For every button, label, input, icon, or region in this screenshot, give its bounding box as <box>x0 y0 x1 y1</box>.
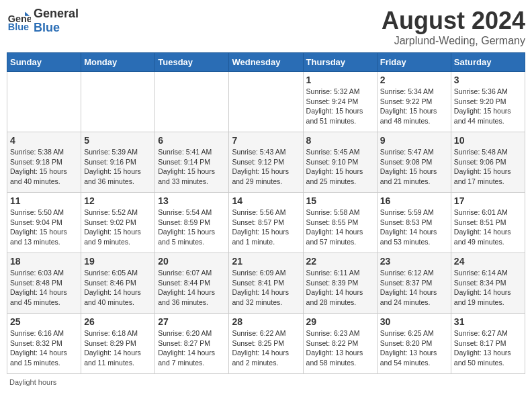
weekday-header: Friday <box>377 53 451 72</box>
day-number: 17 <box>454 195 522 206</box>
calendar-week-row: 18Sunrise: 6:03 AM Sunset: 8:48 PM Dayli… <box>7 253 525 314</box>
day-number: 26 <box>84 316 152 327</box>
day-info: Sunrise: 5:48 AM Sunset: 9:06 PM Dayligh… <box>454 147 522 187</box>
day-info: Sunrise: 6:14 AM Sunset: 8:34 PM Dayligh… <box>454 268 522 308</box>
calendar-week-row: 4Sunrise: 5:38 AM Sunset: 9:18 PM Daylig… <box>7 132 525 193</box>
weekday-header: Saturday <box>451 53 525 72</box>
calendar-cell: 12Sunrise: 5:52 AM Sunset: 9:02 PM Dayli… <box>81 193 155 253</box>
day-number: 5 <box>84 135 152 146</box>
day-number: 7 <box>232 135 300 146</box>
day-info: Sunrise: 6:20 AM Sunset: 8:27 PM Dayligh… <box>158 328 226 368</box>
calendar-table: SundayMondayTuesdayWednesdayThursdayFrid… <box>7 52 525 374</box>
day-number: 20 <box>158 256 226 267</box>
day-number: 12 <box>84 195 152 206</box>
footer: Daylight hours <box>7 378 525 386</box>
calendar-cell: 11Sunrise: 5:50 AM Sunset: 9:04 PM Dayli… <box>7 193 81 253</box>
day-info: Sunrise: 6:27 AM Sunset: 8:17 PM Dayligh… <box>454 328 522 368</box>
day-info: Sunrise: 6:22 AM Sunset: 8:25 PM Dayligh… <box>232 328 300 368</box>
day-number: 18 <box>10 256 78 267</box>
calendar-week-row: 11Sunrise: 5:50 AM Sunset: 9:04 PM Dayli… <box>7 193 525 253</box>
weekday-header: Sunday <box>7 53 81 72</box>
day-number: 10 <box>454 135 522 146</box>
calendar-cell: 28Sunrise: 6:22 AM Sunset: 8:25 PM Dayli… <box>229 314 303 374</box>
day-number: 31 <box>454 316 522 327</box>
day-number: 16 <box>380 195 448 206</box>
logo-blue-text: Blue <box>34 21 79 35</box>
calendar-cell <box>155 72 229 132</box>
day-info: Sunrise: 5:50 AM Sunset: 9:04 PM Dayligh… <box>10 208 78 247</box>
calendar-cell: 10Sunrise: 5:48 AM Sunset: 9:06 PM Dayli… <box>451 132 525 193</box>
day-info: Sunrise: 6:09 AM Sunset: 8:41 PM Dayligh… <box>232 268 300 308</box>
calendar-cell: 26Sunrise: 6:18 AM Sunset: 8:29 PM Dayli… <box>81 314 155 374</box>
calendar-cell: 21Sunrise: 6:09 AM Sunset: 8:41 PM Dayli… <box>229 253 303 314</box>
calendar-cell: 20Sunrise: 6:07 AM Sunset: 8:44 PM Dayli… <box>155 253 229 314</box>
day-info: Sunrise: 5:34 AM Sunset: 9:22 PM Dayligh… <box>380 87 448 126</box>
day-number: 9 <box>380 135 448 146</box>
calendar-cell: 24Sunrise: 6:14 AM Sunset: 8:34 PM Dayli… <box>451 253 525 314</box>
day-info: Sunrise: 5:32 AM Sunset: 9:24 PM Dayligh… <box>306 87 374 126</box>
day-number: 14 <box>232 195 300 206</box>
calendar-cell <box>81 72 155 132</box>
weekday-header: Tuesday <box>155 53 229 72</box>
day-number: 4 <box>10 135 78 146</box>
day-info: Sunrise: 5:58 AM Sunset: 8:55 PM Dayligh… <box>306 208 374 247</box>
calendar-cell: 1Sunrise: 5:32 AM Sunset: 9:24 PM Daylig… <box>303 72 377 132</box>
day-info: Sunrise: 5:45 AM Sunset: 9:10 PM Dayligh… <box>306 147 374 187</box>
day-number: 25 <box>10 316 78 327</box>
logo-icon: General Blue <box>7 9 31 33</box>
day-info: Sunrise: 5:52 AM Sunset: 9:02 PM Dayligh… <box>84 208 152 247</box>
day-number: 27 <box>158 316 226 327</box>
calendar-cell: 29Sunrise: 6:23 AM Sunset: 8:22 PM Dayli… <box>303 314 377 374</box>
day-number: 24 <box>454 256 522 267</box>
day-number: 30 <box>380 316 448 327</box>
day-info: Sunrise: 5:54 AM Sunset: 8:59 PM Dayligh… <box>158 208 226 247</box>
day-info: Sunrise: 6:23 AM Sunset: 8:22 PM Dayligh… <box>306 328 374 368</box>
calendar-cell: 18Sunrise: 6:03 AM Sunset: 8:48 PM Dayli… <box>7 253 81 314</box>
day-number: 21 <box>232 256 300 267</box>
calendar-cell <box>7 72 81 132</box>
weekday-row: SundayMondayTuesdayWednesdayThursdayFrid… <box>7 53 525 72</box>
day-info: Sunrise: 5:59 AM Sunset: 8:53 PM Dayligh… <box>380 208 448 247</box>
calendar-cell: 2Sunrise: 5:34 AM Sunset: 9:22 PM Daylig… <box>377 72 451 132</box>
calendar-header: SundayMondayTuesdayWednesdayThursdayFrid… <box>7 53 525 72</box>
calendar-cell: 3Sunrise: 5:36 AM Sunset: 9:20 PM Daylig… <box>451 72 525 132</box>
logo-text: General Blue <box>34 7 79 35</box>
calendar-cell: 27Sunrise: 6:20 AM Sunset: 8:27 PM Dayli… <box>155 314 229 374</box>
svg-text:Blue: Blue <box>8 21 29 32</box>
calendar-cell: 4Sunrise: 5:38 AM Sunset: 9:18 PM Daylig… <box>7 132 81 193</box>
day-info: Sunrise: 6:05 AM Sunset: 8:46 PM Dayligh… <box>84 268 152 308</box>
logo-general-text: General <box>34 7 79 21</box>
calendar-cell: 15Sunrise: 5:58 AM Sunset: 8:55 PM Dayli… <box>303 193 377 253</box>
day-info: Sunrise: 5:38 AM Sunset: 9:18 PM Dayligh… <box>10 147 78 187</box>
calendar-week-row: 1Sunrise: 5:32 AM Sunset: 9:24 PM Daylig… <box>7 72 525 132</box>
day-number: 11 <box>10 195 78 206</box>
day-info: Sunrise: 5:36 AM Sunset: 9:20 PM Dayligh… <box>454 87 522 126</box>
logo: General Blue General Blue <box>7 7 79 35</box>
calendar-week-row: 25Sunrise: 6:16 AM Sunset: 8:32 PM Dayli… <box>7 314 525 374</box>
calendar-cell: 13Sunrise: 5:54 AM Sunset: 8:59 PM Dayli… <box>155 193 229 253</box>
calendar-cell: 8Sunrise: 5:45 AM Sunset: 9:10 PM Daylig… <box>303 132 377 193</box>
day-number: 28 <box>232 316 300 327</box>
calendar-cell: 17Sunrise: 6:01 AM Sunset: 8:51 PM Dayli… <box>451 193 525 253</box>
calendar-cell: 23Sunrise: 6:12 AM Sunset: 8:37 PM Dayli… <box>377 253 451 314</box>
day-info: Sunrise: 6:07 AM Sunset: 8:44 PM Dayligh… <box>158 268 226 308</box>
day-info: Sunrise: 5:39 AM Sunset: 9:16 PM Dayligh… <box>84 147 152 187</box>
day-info: Sunrise: 5:43 AM Sunset: 9:12 PM Dayligh… <box>232 147 300 187</box>
day-info: Sunrise: 6:18 AM Sunset: 8:29 PM Dayligh… <box>84 328 152 368</box>
calendar-cell <box>229 72 303 132</box>
calendar-cell: 9Sunrise: 5:47 AM Sunset: 9:08 PM Daylig… <box>377 132 451 193</box>
day-info: Sunrise: 6:16 AM Sunset: 8:32 PM Dayligh… <box>10 328 78 368</box>
day-info: Sunrise: 5:47 AM Sunset: 9:08 PM Dayligh… <box>380 147 448 187</box>
day-info: Sunrise: 6:25 AM Sunset: 8:20 PM Dayligh… <box>380 328 448 368</box>
day-info: Sunrise: 6:01 AM Sunset: 8:51 PM Dayligh… <box>454 208 522 247</box>
day-number: 2 <box>380 75 448 85</box>
calendar-cell: 16Sunrise: 5:59 AM Sunset: 8:53 PM Dayli… <box>377 193 451 253</box>
page-header: General Blue General Blue August 2024 Ja… <box>7 7 525 47</box>
day-number: 13 <box>158 195 226 206</box>
weekday-header: Wednesday <box>229 53 303 72</box>
day-number: 15 <box>306 195 374 206</box>
day-number: 6 <box>158 135 226 146</box>
day-info: Sunrise: 5:41 AM Sunset: 9:14 PM Dayligh… <box>158 147 226 187</box>
day-number: 23 <box>380 256 448 267</box>
title-block: August 2024 Jarplund-Weding, Germany <box>382 7 525 47</box>
